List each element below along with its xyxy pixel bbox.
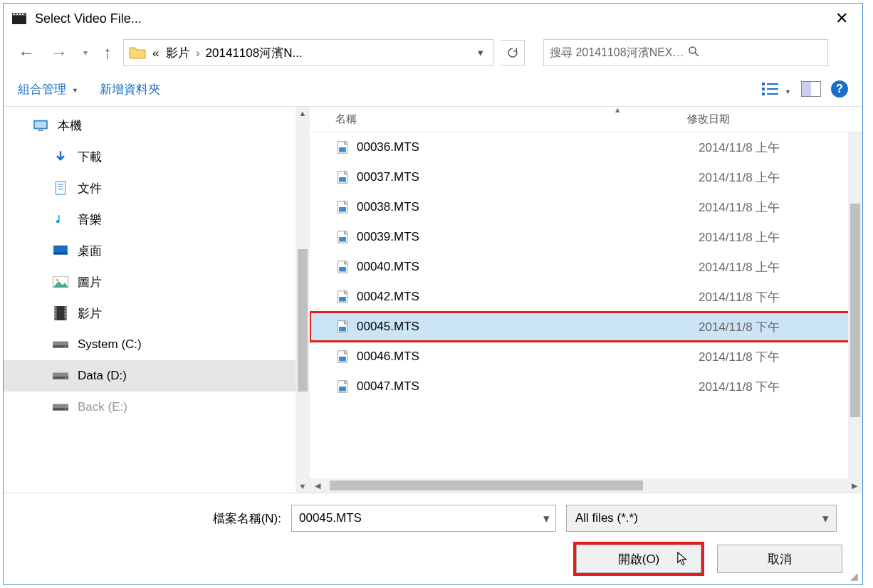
drive-icon: [52, 337, 69, 352]
sidebar-item-label: 圖片: [78, 274, 102, 290]
file-date: 2014/11/8 上午: [699, 169, 780, 186]
dialog-body: 本機下載文件音樂桌面圖片影片System (C:)Data (D:)Back (…: [4, 106, 862, 493]
music-icon: [52, 212, 69, 226]
nav-back-button[interactable]: ←: [14, 41, 39, 64]
sidebar-item-1[interactable]: 下載: [4, 141, 310, 172]
download-icon: [52, 149, 69, 164]
sidebar-item-9[interactable]: Back (E:): [4, 392, 310, 423]
dropdown-icon[interactable]: ▾: [543, 511, 550, 526]
svg-rect-62: [339, 387, 346, 392]
file-row[interactable]: 00047.MTS2014/11/8 下午: [310, 372, 862, 401]
file-name: 00038.MTS: [357, 200, 699, 214]
drive-icon: [52, 369, 69, 383]
path-dropdown-button[interactable]: ▾: [469, 40, 493, 65]
sidebar-item-label: 音樂: [78, 211, 102, 228]
svg-rect-35: [65, 316, 66, 317]
file-row[interactable]: 00045.MTS2014/11/8 下午: [310, 312, 862, 342]
file-list: 00036.MTS2014/11/8 上午00037.MTS2014/11/8 …: [310, 132, 862, 478]
filename-input[interactable]: 00045.MTS ▾: [291, 505, 556, 532]
sidebar-item-label: Back (E:): [78, 400, 127, 414]
filelist-h-scrollbar[interactable]: ◀ ▶: [310, 478, 862, 493]
video-icon: [52, 306, 69, 320]
file-icon: [335, 379, 350, 394]
scrollbar-thumb[interactable]: [330, 481, 643, 490]
svg-point-24: [56, 279, 59, 282]
svg-rect-33: [65, 310, 66, 312]
svg-rect-31: [56, 316, 57, 317]
svg-rect-56: [339, 297, 346, 302]
file-name: 00047.MTS: [357, 379, 699, 394]
path-seg-2[interactable]: 20141108河濱N...: [206, 46, 303, 60]
scrollbar-thumb[interactable]: [850, 204, 860, 417]
file-name: 00040.MTS: [357, 260, 699, 274]
file-row[interactable]: 00039.MTS2014/11/8 上午: [310, 222, 862, 252]
column-name-header[interactable]: 名稱: [310, 112, 687, 126]
scrollbar-thumb[interactable]: [298, 249, 308, 392]
file-row[interactable]: 00046.MTS2014/11/8 下午: [310, 342, 862, 372]
path-seg-1[interactable]: 影片: [166, 46, 190, 60]
file-name: 00037.MTS: [357, 170, 699, 184]
close-button[interactable]: ✕: [828, 8, 855, 29]
svg-rect-52: [339, 237, 346, 242]
nav-recent-dropdown[interactable]: ▾: [79, 46, 92, 59]
file-icon: [335, 350, 350, 364]
sidebar-item-4[interactable]: 桌面: [4, 235, 310, 266]
nav-forward-button[interactable]: →: [46, 41, 72, 64]
svg-rect-4: [19, 14, 21, 15]
sidebar-item-label: System (C:): [78, 337, 142, 352]
column-date-header[interactable]: 修改日期: [687, 112, 848, 126]
sidebar-item-3[interactable]: 音樂: [4, 204, 310, 235]
sidebar-item-8[interactable]: Data (D:): [4, 360, 310, 392]
svg-rect-30: [56, 313, 57, 315]
open-button[interactable]: 開啟(O): [576, 545, 701, 573]
file-row[interactable]: 00037.MTS2014/11/8 上午: [310, 162, 862, 192]
help-button[interactable]: ?: [831, 80, 848, 98]
svg-rect-48: [339, 177, 346, 182]
svg-line-7: [695, 53, 699, 56]
file-row[interactable]: 00042.MTS2014/11/8 下午: [310, 282, 862, 312]
svg-rect-46: [339, 147, 346, 152]
filename-label: 檔案名稱(N):: [4, 510, 281, 527]
svg-rect-29: [56, 310, 57, 312]
svg-rect-2: [14, 14, 15, 15]
new-folder-button[interactable]: 新增資料夾: [100, 81, 160, 98]
sidebar-item-label: 下載: [78, 149, 102, 165]
file-row[interactable]: 00040.MTS2014/11/8 上午: [310, 252, 862, 282]
file-row[interactable]: 00036.MTS2014/11/8 上午: [310, 132, 862, 162]
preview-pane-button[interactable]: [801, 81, 821, 97]
scroll-down-icon[interactable]: ▼: [296, 480, 309, 493]
desktop-icon: [52, 243, 69, 258]
svg-rect-17: [56, 182, 65, 194]
path-text: « 影片20141108河濱N...: [151, 45, 469, 61]
filelist-v-scrollbar[interactable]: [848, 132, 862, 478]
svg-point-6: [689, 47, 696, 53]
sidebar-scrollbar[interactable]: ▲ ▼: [296, 107, 310, 493]
address-bar[interactable]: « 影片20141108河濱N... ▾: [123, 39, 493, 66]
sidebar-item-6[interactable]: 影片: [4, 298, 310, 329]
refresh-button[interactable]: [501, 40, 525, 65]
nav-up-button[interactable]: ↑: [99, 41, 116, 64]
scroll-right-icon[interactable]: ▶: [848, 479, 861, 492]
resize-grip-icon[interactable]: ◢: [850, 570, 858, 582]
dropdown-icon[interactable]: ▾: [822, 511, 829, 526]
scroll-left-icon[interactable]: ◀: [311, 479, 324, 492]
file-date: 2014/11/8 下午: [699, 379, 780, 395]
svg-rect-60: [339, 357, 346, 362]
pic-icon: [52, 275, 69, 289]
filetype-select[interactable]: All files (*.*) ▾: [566, 505, 837, 532]
sidebar-item-7[interactable]: System (C:): [4, 329, 310, 360]
search-input[interactable]: 搜尋 20141108河濱NEX-VG...: [543, 39, 828, 66]
view-options-button[interactable]: [762, 81, 791, 98]
sidebar-item-0[interactable]: 本機: [4, 110, 310, 141]
sidebar-item-5[interactable]: 圖片: [4, 266, 310, 298]
svg-rect-9: [762, 88, 765, 90]
svg-point-41: [65, 377, 66, 379]
file-icon: [335, 290, 350, 304]
scroll-up-icon[interactable]: ▲: [296, 107, 309, 120]
file-row[interactable]: 00038.MTS2014/11/8 上午: [310, 192, 862, 222]
file-date: 2014/11/8 上午: [699, 140, 780, 156]
cancel-button[interactable]: 取消: [717, 545, 842, 573]
file-name: 00042.MTS: [357, 290, 699, 304]
sidebar-item-2[interactable]: 文件: [4, 172, 310, 204]
organize-menu[interactable]: 組合管理: [18, 81, 78, 98]
